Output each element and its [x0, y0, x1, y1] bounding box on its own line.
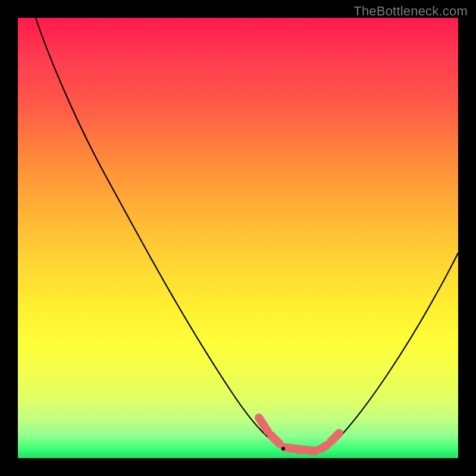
bottleneck-curve	[36, 18, 458, 453]
chart-svg	[18, 18, 458, 458]
svg-point-2	[296, 449, 302, 455]
svg-point-1	[287, 447, 293, 453]
svg-point-3	[305, 448, 311, 454]
svg-point-0	[272, 437, 278, 443]
min-point	[281, 447, 285, 450]
plot-area	[18, 18, 458, 458]
watermark-text: TheBottleneck.com	[353, 4, 468, 19]
svg-point-4	[315, 446, 321, 452]
optimal-range-markers	[259, 418, 339, 451]
